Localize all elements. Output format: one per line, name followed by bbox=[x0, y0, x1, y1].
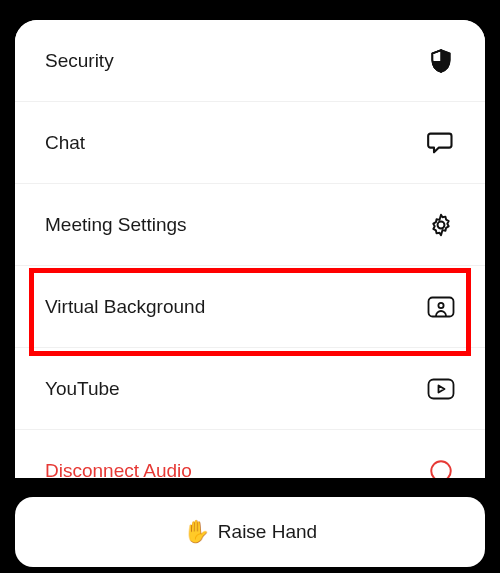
svg-point-2 bbox=[438, 302, 443, 307]
raise-hand-button[interactable]: ✋ Raise Hand bbox=[15, 497, 485, 567]
options-list: Security Chat bbox=[15, 20, 485, 478]
svg-point-4 bbox=[431, 461, 451, 478]
disconnect-audio-icon bbox=[427, 457, 455, 478]
menu-item-security[interactable]: Security bbox=[15, 20, 485, 102]
raise-hand-icon: ✋ bbox=[183, 521, 210, 543]
gear-icon bbox=[427, 211, 455, 239]
menu-item-label: YouTube bbox=[45, 378, 427, 400]
youtube-icon bbox=[427, 375, 455, 403]
menu-item-label: Security bbox=[45, 50, 427, 72]
svg-point-0 bbox=[438, 221, 445, 228]
menu-item-youtube[interactable]: YouTube bbox=[15, 348, 485, 430]
virtual-background-icon bbox=[427, 293, 455, 321]
svg-rect-1 bbox=[429, 297, 454, 316]
svg-rect-3 bbox=[429, 379, 454, 398]
raise-hand-label: Raise Hand bbox=[218, 521, 317, 543]
chat-bubble-icon bbox=[427, 129, 455, 157]
menu-item-label: Virtual Background bbox=[45, 296, 427, 318]
options-panel: Security Chat bbox=[15, 20, 485, 478]
menu-item-disconnect-audio[interactable]: Disconnect Audio bbox=[15, 430, 485, 478]
menu-item-label: Chat bbox=[45, 132, 427, 154]
menu-item-meeting-settings[interactable]: Meeting Settings bbox=[15, 184, 485, 266]
menu-item-virtual-background[interactable]: Virtual Background bbox=[15, 266, 485, 348]
menu-item-label: Meeting Settings bbox=[45, 214, 427, 236]
menu-item-chat[interactable]: Chat bbox=[15, 102, 485, 184]
shield-icon bbox=[427, 47, 455, 75]
menu-item-label: Disconnect Audio bbox=[45, 460, 427, 478]
